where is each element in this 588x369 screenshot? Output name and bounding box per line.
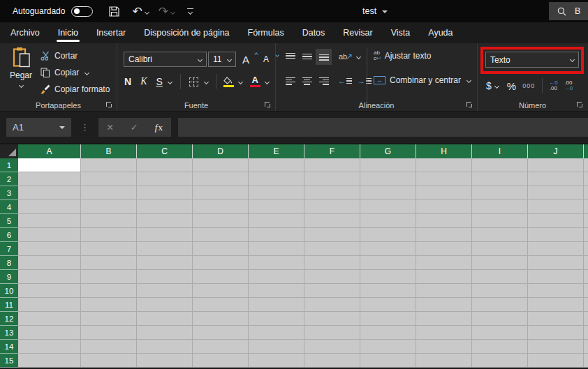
column-header-b[interactable]: B bbox=[81, 144, 137, 158]
row-header-11[interactable]: 11 bbox=[0, 298, 18, 312]
cell-partial[interactable] bbox=[584, 200, 588, 214]
cell-I1[interactable] bbox=[472, 158, 528, 172]
cell-F4[interactable] bbox=[304, 200, 360, 214]
decrease-font-size-button[interactable]: A bbox=[263, 54, 277, 64]
cell-A12[interactable] bbox=[18, 312, 81, 326]
decrease-decimal-button[interactable]: .00 →0 bbox=[564, 80, 573, 92]
copy-button[interactable]: Copiar bbox=[41, 66, 110, 79]
paste-button[interactable]: Pegar bbox=[6, 47, 36, 87]
cell-E1[interactable] bbox=[249, 158, 304, 172]
cell-I7[interactable] bbox=[472, 242, 528, 256]
italic-button[interactable]: K bbox=[140, 76, 147, 87]
cell-D13[interactable] bbox=[193, 326, 249, 340]
merge-center-dropdown-icon[interactable] bbox=[466, 77, 471, 82]
cell-I3[interactable] bbox=[472, 186, 528, 200]
cell-partial[interactable] bbox=[584, 186, 588, 200]
paste-dropdown-icon[interactable] bbox=[18, 83, 23, 88]
cell-A14[interactable] bbox=[18, 340, 81, 354]
column-header-f[interactable]: F bbox=[304, 144, 360, 158]
cell-J9[interactable] bbox=[528, 270, 584, 284]
merge-center-button[interactable]: ↔ Combinar y centrar bbox=[374, 75, 471, 85]
cell-J10[interactable] bbox=[528, 284, 584, 298]
cell-D7[interactable] bbox=[193, 242, 249, 256]
row-header-15[interactable]: 15 bbox=[0, 354, 18, 368]
tab-datos[interactable]: Datos bbox=[293, 22, 335, 43]
tab-archivo[interactable]: Archivo bbox=[1, 22, 49, 43]
cell-D1[interactable] bbox=[193, 158, 249, 172]
cell-J4[interactable] bbox=[528, 200, 584, 214]
cell-D9[interactable] bbox=[193, 270, 249, 284]
customize-quick-access-button[interactable] bbox=[187, 8, 193, 14]
enter-button[interactable]: ✓ bbox=[131, 123, 138, 132]
select-all-button[interactable] bbox=[0, 144, 18, 158]
search-box[interactable]: B bbox=[549, 2, 588, 20]
currency-dropdown-icon[interactable] bbox=[494, 83, 499, 88]
cell-C14[interactable] bbox=[137, 340, 193, 354]
align-top-button[interactable] bbox=[282, 49, 298, 65]
cell-B4[interactable] bbox=[81, 200, 137, 214]
column-header-h[interactable]: H bbox=[416, 144, 472, 158]
cell-I14[interactable] bbox=[472, 340, 528, 354]
cell-C12[interactable] bbox=[137, 312, 193, 326]
cell-C3[interactable] bbox=[137, 186, 193, 200]
column-header-g[interactable]: G bbox=[360, 144, 416, 158]
cell-E7[interactable] bbox=[249, 242, 304, 256]
cell-G2[interactable] bbox=[360, 172, 416, 186]
cell-A15[interactable] bbox=[18, 354, 81, 368]
cell-D11[interactable] bbox=[193, 298, 249, 312]
cell-I15[interactable] bbox=[472, 354, 528, 368]
cell-C15[interactable] bbox=[137, 354, 193, 368]
tab-inicio[interactable]: Inicio bbox=[49, 22, 87, 43]
cell-B15[interactable] bbox=[81, 354, 137, 368]
cell-J5[interactable] bbox=[528, 214, 584, 228]
increase-decimal-button[interactable]: ←0 .00 bbox=[549, 80, 557, 92]
cell-D6[interactable] bbox=[193, 228, 249, 242]
borders-dropdown-icon[interactable] bbox=[204, 79, 209, 84]
increase-indent-button[interactable]: → bbox=[358, 77, 372, 85]
cell-F1[interactable] bbox=[304, 158, 360, 172]
cell-partial[interactable] bbox=[584, 340, 588, 354]
cell-G15[interactable] bbox=[360, 354, 416, 368]
cell-D10[interactable] bbox=[193, 284, 249, 298]
cell-J6[interactable] bbox=[528, 228, 584, 242]
cell-I13[interactable] bbox=[472, 326, 528, 340]
cell-A4[interactable] bbox=[18, 200, 81, 214]
dialog-launcher-portapapeles[interactable] bbox=[106, 102, 112, 108]
cell-C13[interactable] bbox=[137, 326, 193, 340]
cell-D15[interactable] bbox=[193, 354, 249, 368]
cell-F15[interactable] bbox=[304, 354, 360, 368]
cell-J7[interactable] bbox=[528, 242, 584, 256]
cell-B2[interactable] bbox=[81, 172, 137, 186]
cell-I12[interactable] bbox=[472, 312, 528, 326]
percent-format-button[interactable]: % bbox=[507, 80, 516, 92]
cell-G6[interactable] bbox=[360, 228, 416, 242]
orientation-button[interactable]: ab ↗ bbox=[339, 52, 360, 61]
cell-F6[interactable] bbox=[304, 228, 360, 242]
cell-F2[interactable] bbox=[304, 172, 360, 186]
cell-E11[interactable] bbox=[249, 298, 304, 312]
cell-A7[interactable] bbox=[18, 242, 81, 256]
cell-B10[interactable] bbox=[81, 284, 137, 298]
cell-E5[interactable] bbox=[249, 214, 304, 228]
cell-I4[interactable] bbox=[472, 200, 528, 214]
cell-A13[interactable] bbox=[18, 326, 81, 340]
formula-input[interactable] bbox=[178, 118, 588, 137]
column-header-j[interactable]: J bbox=[528, 144, 584, 158]
cell-D14[interactable] bbox=[193, 340, 249, 354]
cell-partial[interactable] bbox=[584, 242, 588, 256]
formula-bar-handle[interactable]: ⋮ bbox=[80, 122, 89, 133]
cell-H6[interactable] bbox=[416, 228, 472, 242]
cell-A9[interactable] bbox=[18, 270, 81, 284]
currency-format-button[interactable]: $ bbox=[486, 80, 492, 91]
cell-partial[interactable] bbox=[584, 298, 588, 312]
row-header-9[interactable]: 9 bbox=[0, 270, 18, 284]
cell-H15[interactable] bbox=[416, 354, 472, 368]
cell-H1[interactable] bbox=[416, 158, 472, 172]
insert-function-button[interactable]: fx bbox=[155, 122, 163, 133]
cell-J3[interactable] bbox=[528, 186, 584, 200]
column-header-i[interactable]: I bbox=[472, 144, 528, 158]
cell-H3[interactable] bbox=[416, 186, 472, 200]
thousands-format-button[interactable]: 000 bbox=[522, 82, 535, 89]
cell-C5[interactable] bbox=[137, 214, 193, 228]
cell-C2[interactable] bbox=[137, 172, 193, 186]
